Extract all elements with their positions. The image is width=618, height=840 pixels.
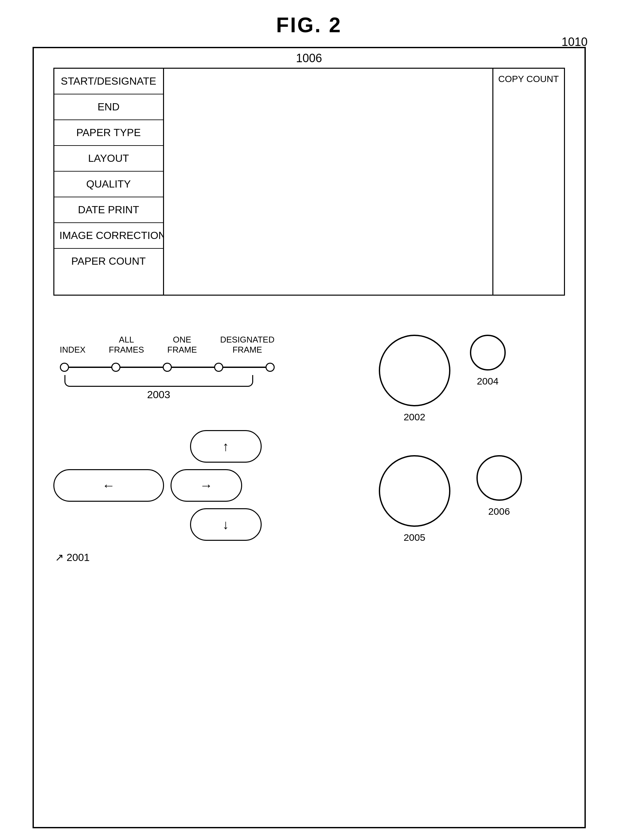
- slider-dot-designated[interactable]: [214, 363, 223, 372]
- menu-item-end[interactable]: END: [54, 94, 163, 120]
- slider-label-all: ALLFRAMES: [109, 335, 144, 355]
- label-2001: ↗ 2001: [55, 551, 90, 563]
- slider-dot-one[interactable]: [163, 363, 172, 372]
- dpad-down-button[interactable]: ↓: [190, 508, 261, 541]
- circle-2002[interactable]: [379, 335, 450, 406]
- label-2002: 2002: [404, 412, 425, 422]
- label-2006: 2006: [488, 506, 510, 517]
- circle-2005[interactable]: [379, 455, 450, 527]
- circle-2006[interactable]: [477, 455, 522, 501]
- bracket-line: [64, 375, 253, 387]
- circle-2002-container: 2002: [379, 335, 450, 422]
- label-2004: 2004: [477, 376, 499, 387]
- label-1010: 1010: [562, 35, 587, 49]
- bottom-circles-row: 2005 2006: [379, 455, 522, 543]
- dpad-up-row: ↑: [86, 430, 261, 462]
- label-2003: 2003: [64, 389, 253, 401]
- lower-section: INDEX ALLFRAMES ONEFRAME DESIGNATEDFRAME: [53, 322, 565, 556]
- slider-bracket-area: 2003: [64, 375, 253, 401]
- top-circles-row: 2002 2004: [379, 335, 506, 422]
- menu-item-paper-type[interactable]: PAPER TYPE: [54, 120, 163, 146]
- page-title: FIG. 2: [276, 13, 342, 37]
- slider-label-index: INDEX: [60, 345, 86, 355]
- circle-2004[interactable]: [470, 335, 506, 370]
- dpad-mid-row: ← →: [53, 469, 242, 502]
- menu-item-start[interactable]: START/DESIGNATE: [54, 69, 163, 94]
- circles-right-container: 2002 2004 2005 2006: [359, 335, 565, 543]
- controls-left: INDEX ALLFRAMES ONEFRAME DESIGNATEDFRAME: [53, 335, 333, 543]
- slider-dot-index[interactable]: [60, 363, 69, 372]
- slider-track-row: [60, 361, 275, 374]
- menu-panel: START/DESIGNATE END PAPER TYPE LAYOUT QU…: [53, 68, 164, 296]
- copy-count-panel: COPY COUNT: [493, 68, 565, 296]
- circle-2005-container: 2005: [379, 455, 450, 543]
- menu-item-image-correction[interactable]: IMAGE CORRECTION: [54, 223, 163, 249]
- dpad-area: ↑ ← → ↓ ↗ 2001: [53, 430, 333, 541]
- slider-area: INDEX ALLFRAMES ONEFRAME DESIGNATEDFRAME: [53, 335, 333, 401]
- circle-2006-container: 2006: [477, 455, 522, 517]
- menu-item-paper-count[interactable]: PAPER COUNT: [54, 249, 163, 274]
- slider-label-designated: DESIGNATEDFRAME: [220, 335, 274, 355]
- slider-dot-all[interactable]: [111, 363, 120, 372]
- upper-section: 1006 START/DESIGNATE END PAPER TYPE LAYO…: [53, 68, 565, 296]
- display-area: [164, 68, 493, 296]
- dpad-left-button[interactable]: ←: [53, 469, 164, 502]
- slider-labels-row: INDEX ALLFRAMES ONEFRAME DESIGNATEDFRAME: [60, 335, 275, 357]
- dpad-right-button[interactable]: →: [171, 469, 242, 502]
- menu-item-date-print[interactable]: DATE PRINT: [54, 197, 163, 223]
- slider-dots: [60, 363, 275, 372]
- label-1006: 1006: [296, 51, 322, 65]
- label-2005: 2005: [404, 532, 425, 543]
- circle-2004-container: 2004: [470, 335, 506, 387]
- menu-item-layout[interactable]: LAYOUT: [54, 146, 163, 172]
- outer-container: 1010 1006 START/DESIGNATE END PAPER TYPE…: [33, 47, 586, 828]
- menu-item-quality[interactable]: QUALITY: [54, 172, 163, 197]
- dpad-down-row: ↓: [86, 508, 261, 541]
- dpad-up-button[interactable]: ↑: [190, 430, 261, 462]
- copy-count-label: COPY COUNT: [498, 74, 559, 84]
- slider-label-one: ONEFRAME: [167, 335, 197, 355]
- slider-dot-extra[interactable]: [266, 363, 275, 372]
